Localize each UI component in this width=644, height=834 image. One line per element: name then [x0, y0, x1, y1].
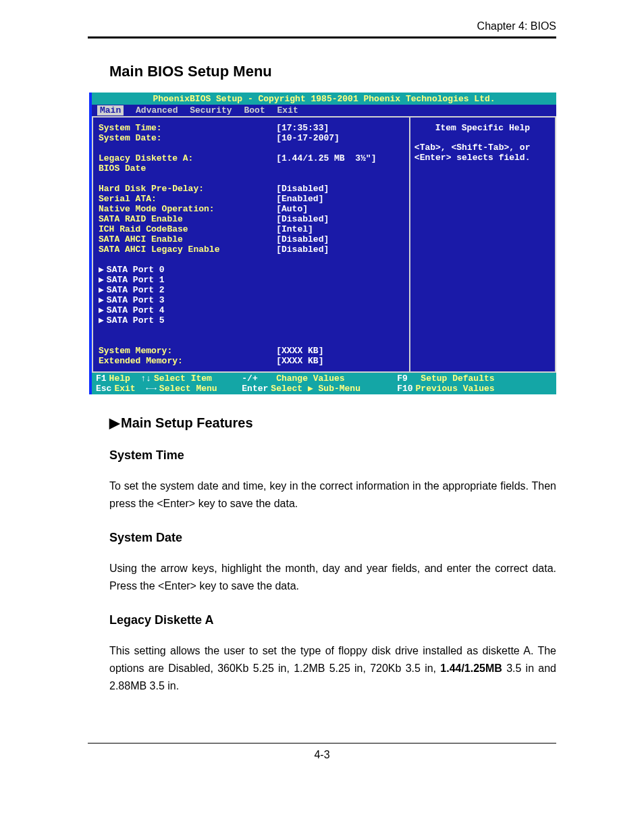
field-label: System Date: [99, 133, 276, 143]
field-label: System Time: [99, 123, 276, 133]
field-label: Hard Disk Pre-Delay: [99, 184, 276, 194]
features-heading: ▶Main Setup Features [109, 415, 556, 431]
bios-footer: F1Help ↑↓Select Item -/+ Change Values F… [92, 373, 556, 394]
field-value[interactable]: [1.44/1.25 MB 3½"] [276, 153, 376, 163]
help-text: <Tab>, <Shift-Tab>, or <Enter> selects f… [414, 142, 551, 163]
field-label: Extended Memory: [99, 356, 276, 366]
rule-bottom [88, 743, 556, 744]
triangle-icon: ▶ [99, 275, 104, 285]
bios-tab-advanced[interactable]: Advanced [136, 105, 178, 115]
feature-body: To set the system date and time, key in … [109, 477, 556, 513]
submenu-item[interactable]: ▶SATA Port 5 [99, 315, 405, 325]
field-value[interactable]: [Intel] [276, 224, 313, 234]
bios-menubar: Main Advanced Security Boot Exit [92, 105, 556, 116]
bios-tab-main[interactable]: Main [97, 105, 124, 115]
help-title: Item Specific Help [414, 123, 551, 133]
field-label: Serial ATA: [99, 194, 276, 204]
triangle-icon: ▶ [109, 415, 119, 430]
field-value: [XXXX KB] [276, 356, 323, 366]
page-number: 4-3 [88, 749, 556, 761]
field-value: [XXXX KB] [276, 346, 323, 356]
field-value[interactable]: [Disabled] [276, 184, 329, 194]
submenu-item[interactable]: ▶SATA Port 1 [99, 275, 405, 285]
feature-title: Legacy Diskette A [109, 613, 556, 627]
field-value[interactable]: [Disabled] [276, 244, 329, 255]
field-value[interactable]: [Auto] [276, 204, 308, 214]
rule-top [88, 36, 556, 38]
bios-tab-boot[interactable]: Boot [244, 105, 265, 115]
field-label: BIOS Date [99, 163, 276, 174]
bios-main-pane: System Time:[17:35:33] System Date:[10-1… [93, 118, 409, 371]
field-label: SATA RAID Enable [99, 214, 276, 224]
field-label: ICH Raid CodeBase [99, 224, 276, 234]
field-label: SATA AHCI Enable [99, 234, 276, 244]
triangle-icon: ▶ [99, 265, 104, 275]
triangle-icon: ▶ [99, 305, 104, 315]
field-value[interactable]: [Disabled] [276, 234, 329, 244]
field-label: System Memory: [99, 346, 276, 356]
triangle-icon: ▶ [99, 285, 104, 295]
bios-tab-security[interactable]: Security [190, 105, 232, 115]
feature-body: This setting allows the user to set the … [109, 642, 556, 696]
bios-help-pane: Item Specific Help <Tab>, <Shift-Tab>, o… [410, 118, 555, 371]
feature-title: System Date [109, 531, 556, 545]
bios-screenshot: PhoenixBIOS Setup - Copyright 1985-2001 … [89, 93, 556, 394]
bios-tab-exit[interactable]: Exit [277, 105, 298, 115]
section-title: Main BIOS Setup Menu [109, 63, 556, 80]
field-value[interactable]: [Disabled] [276, 214, 329, 224]
submenu-item[interactable]: ▶SATA Port 2 [99, 285, 405, 295]
submenu-item[interactable]: ▶SATA Port 3 [99, 295, 405, 305]
triangle-icon: ▶ [99, 315, 104, 325]
chapter-label: Chapter 4: BIOS [88, 20, 556, 32]
feature-title: System Time [109, 448, 556, 463]
field-label: SATA AHCI Legacy Enable [99, 244, 276, 255]
feature-body: Using the arrow keys, highlight the mont… [109, 560, 556, 596]
submenu-item[interactable]: ▶SATA Port 0 [99, 265, 405, 275]
field-label: Native Mode Operation: [99, 204, 276, 214]
triangle-icon: ▶ [99, 295, 104, 305]
field-value[interactable]: [Enabled] [276, 194, 323, 204]
submenu-item[interactable]: ▶SATA Port 4 [99, 305, 405, 315]
field-label: Legacy Diskette A: [99, 153, 276, 163]
bios-titlebar: PhoenixBIOS Setup - Copyright 1985-2001 … [92, 93, 556, 105]
field-value[interactable]: [17:35:33] [276, 123, 329, 133]
field-value[interactable]: [10-17-2007] [276, 133, 340, 143]
